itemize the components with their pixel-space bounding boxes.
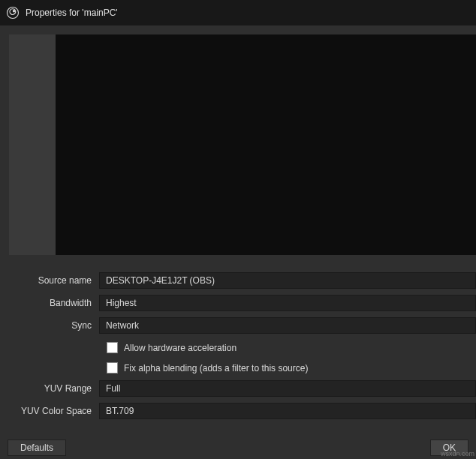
- yuv-range-value: Full: [106, 383, 120, 394]
- defaults-button-label: Defaults: [20, 442, 53, 453]
- window-title: Properties for 'mainPC': [26, 8, 118, 18]
- source-name-select[interactable]: DESKTOP-J4E1J2T (OBS): [99, 272, 476, 289]
- alpha-blend-checkbox[interactable]: [107, 362, 118, 374]
- yuv-cs-label: YUV Color Space: [9, 406, 99, 416]
- hw-accel-checkbox[interactable]: [107, 342, 118, 353]
- titlebar: Properties for 'mainPC': [0, 0, 476, 26]
- sync-select[interactable]: Network: [99, 317, 476, 334]
- hw-accel-label: Allow hardware acceleration: [124, 343, 236, 353]
- alpha-blend-label: Fix alpha blending (adds a filter to thi…: [124, 363, 308, 374]
- preview-padding: [9, 34, 56, 255]
- video-preview[interactable]: [56, 34, 476, 255]
- source-name-label: Source name: [9, 275, 99, 286]
- yuv-cs-value: BT.709: [106, 406, 134, 416]
- yuv-range-select[interactable]: Full: [99, 380, 476, 397]
- bandwidth-select[interactable]: Highest: [99, 295, 476, 311]
- preview-row: [9, 34, 476, 255]
- obs-icon: [6, 6, 20, 20]
- defaults-button[interactable]: Defaults: [8, 440, 66, 456]
- source-name-value: DESKTOP-J4E1J2T (OBS): [106, 275, 215, 286]
- sync-label: Sync: [9, 320, 99, 331]
- footer: Defaults OK: [0, 436, 476, 459]
- svg-point-1: [13, 10, 15, 12]
- bandwidth-value: Highest: [106, 298, 137, 308]
- sync-value: Network: [106, 320, 139, 331]
- watermark: wsxdn.com: [441, 450, 474, 458]
- bandwidth-label: Bandwidth: [9, 298, 99, 308]
- content: Source name DESKTOP-J4E1J2T (OBS) Bandwi…: [0, 26, 476, 436]
- form: Source name DESKTOP-J4E1J2T (OBS) Bandwi…: [9, 270, 476, 421]
- yuv-cs-select[interactable]: BT.709: [99, 403, 476, 419]
- yuv-range-label: YUV Range: [9, 383, 99, 394]
